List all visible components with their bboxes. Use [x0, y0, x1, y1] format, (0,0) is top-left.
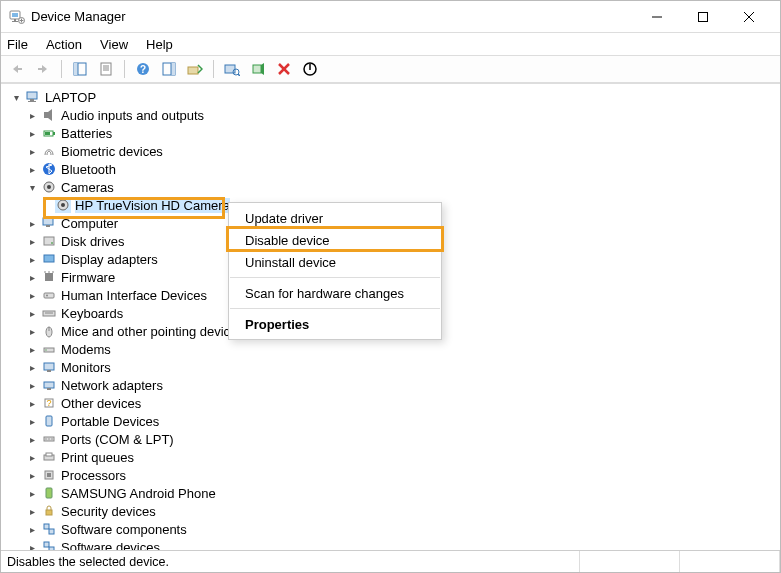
expand-toggle[interactable]	[25, 360, 39, 374]
disable-device-button[interactable]	[298, 58, 322, 80]
expand-toggle[interactable]	[25, 306, 39, 320]
tree-category[interactable]: Modems	[1, 340, 780, 358]
tree-category[interactable]: Bluetooth	[1, 160, 780, 178]
device-category-icon	[41, 377, 57, 393]
svg-rect-62	[44, 382, 54, 388]
menu-action[interactable]: Action	[46, 37, 82, 52]
menu-file[interactable]: File	[7, 37, 28, 52]
tree-category[interactable]: Cameras	[1, 178, 780, 196]
expand-toggle[interactable]	[25, 486, 39, 500]
forward-button[interactable]	[31, 58, 55, 80]
menu-view[interactable]: View	[100, 37, 128, 52]
tree-category[interactable]: Software devices	[1, 538, 780, 550]
expand-toggle[interactable]	[25, 342, 39, 356]
tree-category-label: Display adapters	[61, 252, 158, 267]
tree-category[interactable]: Monitors	[1, 358, 780, 376]
expand-toggle[interactable]	[25, 270, 39, 284]
expand-toggle[interactable]	[9, 90, 23, 104]
expand-toggle[interactable]	[25, 396, 39, 410]
status-text: Disables the selected device.	[1, 551, 580, 572]
close-button[interactable]	[726, 1, 772, 33]
tree-category[interactable]: Batteries	[1, 124, 780, 142]
expand-toggle[interactable]	[25, 432, 39, 446]
ctx-scan-hardware[interactable]: Scan for hardware changes	[229, 282, 441, 304]
expand-toggle[interactable]	[25, 216, 39, 230]
expand-toggle[interactable]	[25, 162, 39, 176]
tree-category-label: Print queues	[61, 450, 134, 465]
properties-button[interactable]	[94, 58, 118, 80]
expand-toggle[interactable]	[25, 540, 39, 550]
tree-category[interactable]: SAMSUNG Android Phone	[1, 484, 780, 502]
device-category-icon	[41, 125, 57, 141]
expand-toggle[interactable]	[25, 108, 39, 122]
tree-category[interactable]: Ports (COM & LPT)	[1, 430, 780, 448]
ctx-uninstall-device[interactable]: Uninstall device	[229, 251, 441, 273]
expand-toggle[interactable]	[25, 450, 39, 464]
device-category-icon	[41, 251, 57, 267]
statusbar: Disables the selected device.	[1, 550, 780, 572]
tree-category[interactable]: Biometric devices	[1, 142, 780, 160]
device-category-icon	[41, 359, 57, 375]
action-panel-button[interactable]	[157, 58, 181, 80]
expand-toggle[interactable]	[25, 180, 39, 194]
svg-rect-27	[253, 65, 261, 73]
window-controls	[634, 1, 772, 33]
tree-category[interactable]: Audio inputs and outputs	[1, 106, 780, 124]
device-category-icon	[41, 485, 57, 501]
expand-toggle[interactable]	[25, 126, 39, 140]
tree-category[interactable]: Print queues	[1, 448, 780, 466]
svg-point-42	[61, 203, 65, 207]
tree-category[interactable]: Software components	[1, 520, 780, 538]
show-hide-console-tree-button[interactable]	[68, 58, 92, 80]
update-driver-button[interactable]	[183, 58, 207, 80]
device-category-icon	[41, 467, 57, 483]
device-category-icon	[41, 323, 57, 339]
device-category-icon	[41, 521, 57, 537]
back-button[interactable]	[5, 58, 29, 80]
tree-category-label: Software components	[61, 522, 187, 537]
scan-hardware-button[interactable]	[220, 58, 244, 80]
tree-category[interactable]: ?Other devices	[1, 394, 780, 412]
device-category-icon	[41, 287, 57, 303]
svg-line-26	[238, 74, 240, 76]
svg-rect-44	[46, 225, 50, 227]
device-tree[interactable]: LAPTOP Audio inputs and outputsBatteries…	[1, 83, 780, 550]
svg-rect-14	[101, 63, 111, 75]
expand-toggle[interactable]	[25, 288, 39, 302]
svg-rect-72	[46, 453, 52, 456]
titlebar: Device Manager	[1, 1, 780, 33]
uninstall-device-button[interactable]	[272, 58, 296, 80]
svg-rect-43	[43, 218, 53, 225]
tree-category[interactable]: Portable Devices	[1, 412, 780, 430]
device-category-icon	[41, 341, 57, 357]
tree-category[interactable]: Processors	[1, 466, 780, 484]
device-category-icon	[41, 179, 57, 195]
expand-toggle[interactable]	[25, 144, 39, 158]
tree-category-label: SAMSUNG Android Phone	[61, 486, 216, 501]
expand-toggle[interactable]	[25, 468, 39, 482]
menu-help[interactable]: Help	[146, 37, 173, 52]
help-button[interactable]: ?	[131, 58, 155, 80]
tree-category[interactable]: Network adapters	[1, 376, 780, 394]
expand-toggle[interactable]	[25, 234, 39, 248]
svg-rect-32	[30, 99, 34, 101]
tree-root[interactable]: LAPTOP	[1, 88, 780, 106]
tree-category[interactable]: Security devices	[1, 502, 780, 520]
tree-category-label: Processors	[61, 468, 126, 483]
tree-category-label: Biometric devices	[61, 144, 163, 159]
expand-toggle[interactable]	[25, 414, 39, 428]
expand-toggle[interactable]	[25, 378, 39, 392]
tree-category-label: Batteries	[61, 126, 112, 141]
svg-rect-77	[44, 524, 49, 529]
expand-toggle[interactable]	[25, 504, 39, 518]
maximize-button[interactable]	[680, 1, 726, 33]
expand-toggle[interactable]	[25, 522, 39, 536]
expand-toggle[interactable]	[25, 324, 39, 338]
svg-text:?: ?	[46, 398, 51, 408]
minimize-button[interactable]	[634, 1, 680, 33]
ctx-disable-device[interactable]: Disable device	[229, 229, 441, 251]
enable-device-button[interactable]	[246, 58, 270, 80]
ctx-properties[interactable]: Properties	[229, 313, 441, 335]
ctx-update-driver[interactable]: Update driver	[229, 207, 441, 229]
expand-toggle[interactable]	[25, 252, 39, 266]
